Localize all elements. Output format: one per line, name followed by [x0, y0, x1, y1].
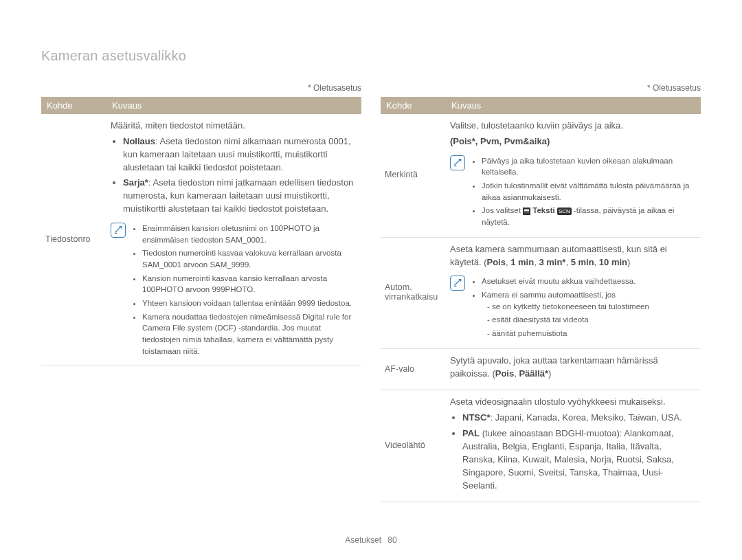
- th-kuvaus: Kuvaus: [446, 97, 701, 114]
- row-label: Videolähtö: [381, 390, 446, 502]
- th-kohde: Kohde: [41, 97, 106, 114]
- row-intro: Määritä, miten tiedostot nimetään.: [111, 120, 357, 133]
- row-intro: Aseta kamera sammumaan automaattisesti, …: [450, 243, 697, 269]
- columns: * Oletusasetus Kohde Kuvaus Tiedostonro …: [41, 83, 701, 502]
- row-desc: Sytytä apuvalo, joka auttaa tarkentamaan…: [446, 348, 701, 390]
- right-column: * Oletusasetus Kohde Kuvaus Merkintä Val…: [381, 83, 701, 502]
- option-list: Nollaus: Aseta tiedoston nimi alkamaan n…: [111, 135, 357, 216]
- row-label: Merkintä: [381, 114, 446, 237]
- note-box: Ensimmäisen kansion oletusnimi on 100PHO…: [111, 223, 357, 359]
- default-setting-note: * Oletusasetus: [381, 83, 701, 93]
- default-setting-note: * Oletusasetus: [41, 83, 361, 93]
- footer-section: Asetukset: [345, 535, 381, 545]
- list-item: NTSC*: Japani, Kanada, Korea, Meksiko, T…: [462, 412, 697, 425]
- th-kuvaus: Kuvaus: [106, 97, 361, 114]
- row-intro: Sytytä apuvalo, joka auttaa tarkentamaan…: [450, 355, 697, 381]
- page-title: Kameran asetusvalikko: [41, 48, 701, 64]
- note-subitem: esität diaesitystä tai videota: [487, 314, 649, 326]
- row-desc: Valitse, tulostetaanko kuviin päiväys ja…: [446, 114, 701, 237]
- note-content: Päiväys ja aika tulostetaan kuvien oikea…: [471, 155, 697, 230]
- row-intro: Aseta videosignaalin ulostulo vyöhykkees…: [450, 396, 697, 409]
- page: Kameran asetusvalikko * Oletusasetus Koh…: [0, 0, 742, 523]
- table-row: Merkintä Valitse, tulostetaanko kuviin p…: [381, 114, 701, 237]
- row-label: Autom. virrankatkaisu: [381, 237, 446, 348]
- note-content: Asetukset eivät muutu akkua vaihdettaess…: [471, 276, 649, 341]
- page-footer: Asetukset 80: [0, 535, 742, 545]
- list-item: PAL (tukee ainoastaan BDGHI-muotoa): Ala…: [462, 427, 697, 492]
- note-icon: [450, 276, 465, 291]
- table-row: Autom. virrankatkaisu Aseta kamera sammu…: [381, 237, 701, 348]
- row-desc: Määritä, miten tiedostot nimetään. Nolla…: [106, 114, 361, 366]
- note-item: Ensimmäisen kansion oletusnimi on 100PHO…: [142, 223, 357, 245]
- note-item: Kamera ei sammu automaattisesti, jos se …: [482, 289, 649, 339]
- row-desc: Aseta kamera sammumaan automaattisesti, …: [446, 237, 701, 348]
- row-intro: Valitse, tulostetaanko kuviin päiväys ja…: [450, 120, 697, 133]
- note-icon: [111, 223, 126, 238]
- settings-table-right: Kohde Kuvaus Merkintä Valitse, tulosteta…: [381, 97, 701, 502]
- note-item: Jotkin tulostinmallit eivät välttämättä …: [482, 180, 697, 203]
- scn-badge-icon: SCN: [557, 208, 572, 215]
- row-desc: Aseta videosignaalin ulostulo vyöhykkees…: [446, 390, 701, 502]
- note-subitem: se on kytketty tietokoneeseen tai tulost…: [487, 301, 649, 313]
- note-box: Asetukset eivät muutu akkua vaihdettaess…: [450, 276, 697, 341]
- option-list: NTSC*: Japani, Kanada, Korea, Meksiko, T…: [450, 412, 697, 492]
- page-number: 80: [387, 535, 396, 545]
- note-item: Jos valitset Teksti SCN -tilassa, päiväy…: [482, 205, 697, 227]
- note-subitem: äänität puhemuistiota: [487, 328, 649, 339]
- table-row: Tiedostonro Määritä, miten tiedostot nim…: [41, 114, 361, 366]
- table-row: Videolähtö Aseta videosignaalin ulostulo…: [381, 390, 701, 502]
- note-item: Yhteen kansioon voidaan tallentaa enintä…: [142, 298, 357, 309]
- note-item: Päiväys ja aika tulostetaan kuvien oikea…: [482, 155, 697, 178]
- text-mode-icon: [523, 208, 530, 215]
- table-row: AF-valo Sytytä apuvalo, joka auttaa tark…: [381, 348, 701, 390]
- left-column: * Oletusasetus Kohde Kuvaus Tiedostonro …: [41, 83, 361, 502]
- note-icon: [450, 155, 465, 170]
- th-kohde: Kohde: [381, 97, 446, 114]
- row-label: AF-valo: [381, 348, 446, 390]
- note-item: Tiedoston numerointi kasvaa valokuva ker…: [142, 247, 357, 270]
- note-content: Ensimmäisen kansion oletusnimi on 100PHO…: [131, 223, 357, 359]
- list-item: Nollaus: Aseta tiedoston nimi alkamaan n…: [123, 135, 357, 175]
- row-options: (Pois*, Pvm, Pvm&aika): [450, 135, 697, 148]
- note-item: Kansion numerointi kasvaa kansio kerrall…: [142, 273, 357, 295]
- note-item: Asetukset eivät muutu akkua vaihdettaess…: [482, 276, 649, 287]
- settings-table-left: Kohde Kuvaus Tiedostonro Määritä, miten …: [41, 97, 361, 366]
- note-box: Päiväys ja aika tulostetaan kuvien oikea…: [450, 155, 697, 230]
- note-item: Kamera noudattaa tiedostojen nimeämisess…: [142, 311, 357, 357]
- list-item: Sarja*: Aseta tiedoston nimi jatkamaan e…: [123, 177, 357, 216]
- row-label: Tiedostonro: [41, 114, 106, 366]
